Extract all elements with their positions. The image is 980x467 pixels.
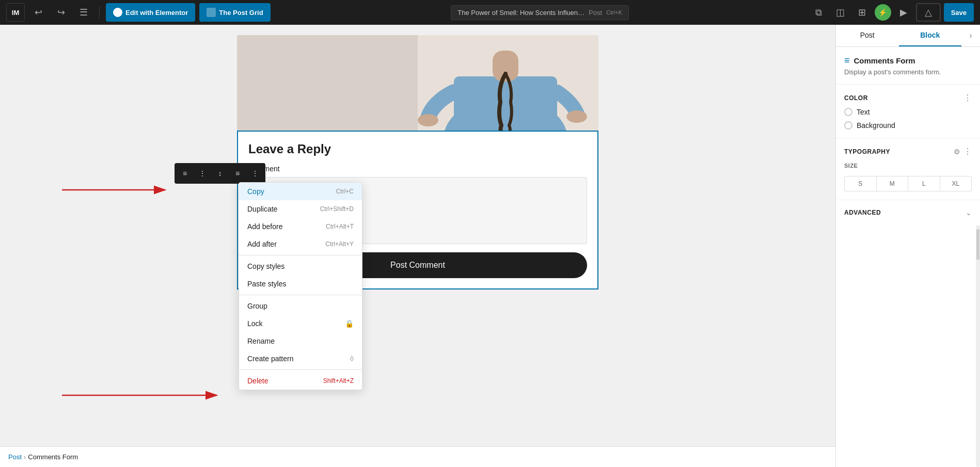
context-menu-group[interactable]: Group [239, 297, 362, 315]
context-menu-paste-styles[interactable]: Paste styles [239, 275, 362, 293]
copy-label: Copy [247, 187, 264, 196]
color-text-option[interactable]: Text [844, 108, 972, 116]
context-menu-create-pattern[interactable]: Create pattern ◊ [239, 350, 362, 367]
grid-view-button[interactable]: ⊞ [853, 3, 872, 22]
typography-settings-icon[interactable]: ⚙ [954, 148, 960, 156]
move-up-down-button[interactable]: ↕ [212, 165, 228, 182]
size-l[interactable]: L [908, 176, 940, 191]
align-button[interactable]: ≡ [229, 165, 246, 182]
undo-button[interactable]: ↩ [29, 3, 48, 22]
redo-button[interactable]: ↪ [52, 3, 70, 22]
preview-button[interactable]: △ [916, 3, 941, 22]
post-type-label: Post [589, 9, 602, 17]
context-menu-add-after[interactable]: Add after Ctrl+Alt+Y [239, 235, 362, 253]
tab-post[interactable]: Post [836, 25, 899, 46]
context-menu-rename[interactable]: Rename [239, 332, 362, 350]
post-shortcut: Ctrl+K [606, 9, 622, 15]
breadcrumb-separator: › [24, 453, 26, 461]
color-options: Text Background [844, 108, 972, 130]
leave-reply-heading: Leave a Reply [248, 142, 587, 156]
svg-point-6 [566, 110, 587, 123]
background-option-label: Background [857, 121, 895, 130]
advanced-header[interactable]: Advanced ⌄ [844, 208, 972, 217]
block-type-button[interactable]: ≡ [177, 165, 193, 182]
context-menu-copy-styles[interactable]: Copy styles [239, 257, 362, 275]
close-panel-button[interactable]: › [961, 25, 980, 46]
add-after-label: Add after [247, 240, 277, 248]
postgrid-icon [207, 8, 216, 17]
context-menu-duplicate[interactable]: Duplicate Ctrl+Shift+D [239, 200, 362, 218]
typography-more-options[interactable]: ⋮ [963, 147, 972, 156]
context-menu-copy[interactable]: Copy Ctrl+C [239, 183, 362, 200]
bolt-button[interactable]: ⚡ [875, 4, 891, 21]
add-before-shortcut: Ctrl+Alt+T [326, 223, 354, 230]
add-after-shortcut: Ctrl+Alt+Y [325, 240, 354, 248]
color-label: Color [844, 94, 868, 102]
create-pattern-icon: ◊ [350, 355, 354, 363]
lock-icon: 🔒 [345, 319, 354, 328]
panel-scroll-area [836, 225, 980, 467]
topbar: IM ↩ ↪ ☰ Edit with Elementor The Post Gr… [0, 0, 980, 25]
desktop-view-button[interactable]: ◫ [831, 3, 850, 22]
drag-handle[interactable]: ⋮ [194, 165, 211, 182]
external-link-button[interactable]: ⧉ [810, 3, 828, 22]
color-more-options[interactable]: ⋮ [963, 93, 972, 103]
delete-label: Delete [247, 377, 268, 385]
background-radio[interactable] [844, 121, 852, 130]
breadcrumb-post[interactable]: Post [8, 453, 22, 461]
topbar-right: ⧉ ◫ ⊞ ⚡ ▶ △ Save [810, 3, 974, 22]
create-pattern-label: Create pattern [247, 355, 294, 363]
size-m[interactable]: M [877, 176, 909, 191]
typography-section: Typography ⚙ ⋮ SIZE S M L XL [836, 138, 980, 200]
right-panel: Post Block › ≡ Comments Form Display a p… [835, 25, 980, 467]
size-options: S M L XL [844, 176, 972, 191]
context-menu-delete[interactable]: Delete Shift+Alt+Z [239, 372, 362, 390]
redo-icon: ↪ [57, 7, 65, 18]
svg-rect-4 [454, 76, 557, 131]
hero-image-svg [237, 35, 598, 131]
advanced-section: Advanced ⌄ [836, 200, 980, 225]
text-option-label: Text [857, 108, 870, 116]
size-s[interactable]: S [845, 176, 877, 191]
block-header: ≡ Comments Form [844, 55, 972, 66]
arrow-annotation-2 [62, 385, 227, 408]
post-title-bar[interactable]: The Power of Smell: How Scents Influen… … [451, 5, 629, 20]
play-button[interactable]: ▶ [894, 3, 913, 22]
delete-shortcut: Shift+Alt+Z [323, 377, 354, 384]
post-title-area: The Power of Smell: How Scents Influen… … [275, 5, 805, 20]
tab-block[interactable]: Block [899, 25, 962, 46]
size-xl[interactable]: XL [940, 176, 972, 191]
context-menu-divider-3 [239, 369, 362, 370]
lock-label: Lock [247, 319, 263, 328]
post-grid-button[interactable]: The Post Grid [199, 3, 270, 22]
breadcrumb: Post › Comments Form [0, 446, 835, 467]
menu-button[interactable]: ☰ [74, 3, 93, 22]
block-title: Comments Form [854, 56, 915, 65]
text-radio[interactable] [844, 108, 852, 116]
context-menu-lock[interactable]: Lock 🔒 [239, 315, 362, 332]
divider [99, 6, 100, 19]
image-container [237, 35, 598, 131]
size-label: SIZE [844, 163, 858, 169]
color-section: Color ⋮ Text Background [836, 85, 980, 138]
menu-icon: ☰ [80, 7, 88, 18]
more-options-button[interactable]: ⋮ [247, 165, 263, 182]
context-menu: Copy Ctrl+C Duplicate Ctrl+Shift+D Add b… [239, 182, 362, 390]
edit-elementor-button[interactable]: Edit with Elementor [106, 3, 195, 22]
scrollbar-thumb[interactable] [976, 229, 979, 260]
add-before-label: Add before [247, 222, 283, 231]
duplicate-shortcut: Ctrl+Shift+D [320, 205, 354, 213]
post-title-text: The Power of Smell: How Scents Influen… [457, 9, 584, 17]
save-button[interactable]: Save [944, 3, 974, 22]
color-background-option[interactable]: Background [844, 121, 972, 130]
duplicate-label: Duplicate [247, 205, 277, 213]
arrow-annotation-1 [62, 180, 176, 202]
panel-tabs: Post Block › [836, 25, 980, 47]
scrollbar-track [976, 225, 980, 467]
typography-header: Typography ⚙ ⋮ [844, 147, 972, 156]
advanced-label: Advanced [844, 209, 881, 216]
block-toolbar: ≡ ⋮ ↕ ≡ ⋮ [175, 163, 265, 184]
svg-point-5 [418, 114, 438, 126]
comment-label: Comment [248, 165, 587, 173]
context-menu-add-before[interactable]: Add before Ctrl+Alt+T [239, 218, 362, 235]
